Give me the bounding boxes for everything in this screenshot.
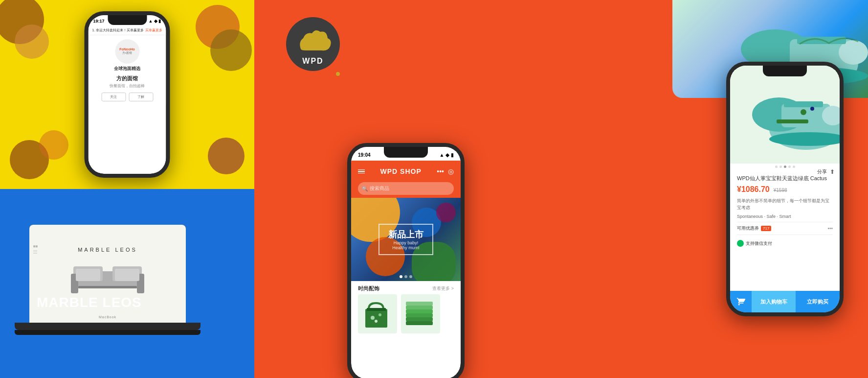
banner-en-text: Happy baby! Healthy mum! xyxy=(387,240,424,250)
svg-rect-5 xyxy=(78,286,137,288)
brand-logo: FoNooHo 方•面馆 xyxy=(115,39,139,64)
svg-point-37 xyxy=(810,107,814,111)
dish-4 xyxy=(208,138,245,174)
dot-active xyxy=(400,275,402,278)
fonooho-phone: 19:17 ▲ ◆ ▮ 1. 幸运大转盘转起来！买单赢更多 买单赢更多 FoNo… xyxy=(85,11,170,178)
svg-rect-12 xyxy=(367,308,386,311)
svg-rect-35 xyxy=(784,101,823,107)
sofa-illustration xyxy=(68,257,147,296)
section-more[interactable]: 查看更多 > xyxy=(432,285,454,292)
svg-rect-11 xyxy=(365,309,387,328)
add-to-cart-button[interactable]: 加入购物车 xyxy=(752,291,796,312)
svg-rect-38 xyxy=(777,119,808,123)
product-hero xyxy=(730,66,840,164)
buy-bar: 加入购物车 立即购买 xyxy=(730,291,840,312)
svg-point-14 xyxy=(378,313,381,316)
wpd-banner: 新品上市 Happy baby! Healthy mum! xyxy=(351,198,461,281)
dot-2 xyxy=(409,275,412,278)
restaurant-name: 方的面馆 xyxy=(116,75,138,82)
btn-2[interactable]: 了解 xyxy=(129,93,153,101)
banner-cn-text: 新品上市 xyxy=(387,229,424,240)
blob-pink xyxy=(436,203,456,222)
dot-4 xyxy=(788,165,791,168)
right-screen: 分享 ⬆ WPD仙人掌宝宝鞋天蓝边绿底 Cactus ¥1086.70 ¥159… xyxy=(730,66,840,312)
wechat-pay-row: 支持微信支付 xyxy=(737,237,833,250)
laptop-base xyxy=(15,323,200,330)
sidebar-icons: ≡≡ xyxy=(33,244,38,254)
banner-label: 全球泡面精选 xyxy=(114,66,140,72)
dot-3 xyxy=(784,165,786,168)
time-display: 19:17 xyxy=(93,19,105,24)
svg-point-13 xyxy=(371,316,375,320)
shop-title: WPD SHOP xyxy=(380,167,422,175)
brand-name-en: FoNooHo xyxy=(119,47,135,51)
macbook-label: MacBook xyxy=(99,315,116,319)
banner-dots xyxy=(400,275,412,278)
wpd-time: 19:04 xyxy=(358,152,371,158)
product-item-1[interactable] xyxy=(358,294,397,333)
fonooho-section: 19:17 ▲ ◆ ▮ 1. 幸运大转盘转起来！买单赢更多 买单赢更多 FoNo… xyxy=(0,0,254,189)
banner-text-box: 新品上市 Happy baby! Healthy mum! xyxy=(378,224,433,255)
marble-leos-section: MARBLE LEOS xyxy=(0,189,254,378)
menu-icon[interactable] xyxy=(358,169,365,174)
target-icon[interactable]: ◎ xyxy=(448,167,454,175)
notch xyxy=(384,147,428,158)
right-notch xyxy=(763,66,807,76)
svg-rect-6 xyxy=(76,269,100,281)
buy-now-button[interactable]: 立即购买 xyxy=(796,291,840,312)
left-panel: 19:17 ▲ ◆ ▮ 1. 幸运大转盘转起来！买单赢更多 买单赢更多 FoNo… xyxy=(0,0,254,378)
marble-overlay: MARBLE LEOS xyxy=(37,295,142,310)
svg-rect-17 xyxy=(406,321,433,325)
action-buttons: 关注 了解 xyxy=(101,93,153,101)
search-placeholder: 搜索商品 xyxy=(370,185,389,192)
share-icon[interactable]: ⬆ xyxy=(830,168,835,175)
original-price: ¥1598 xyxy=(774,188,787,193)
product-tags: Spontaneous · Safe · Smart xyxy=(737,214,833,219)
dot-2 xyxy=(779,165,782,168)
product-name: WPD仙人掌宝宝鞋天蓝边绿底 Cactus xyxy=(737,175,833,182)
price-row: ¥1086.70 ¥1598 xyxy=(737,185,833,195)
wpd-phone: 19:04 ▲ ◆ ▮ WPD SHOP ••• ◎ 🔍 xyxy=(347,143,465,378)
btn-1[interactable]: 关注 xyxy=(101,93,126,101)
dish-7 xyxy=(39,130,68,160)
profile-area: FoNooHo 方•面馆 全球泡面精选 方的面馆 快餐面馆，自拍超棒 关注 了解 xyxy=(89,35,166,105)
svg-rect-20 xyxy=(406,309,433,313)
wechat-pay-text: 支持微信支付 xyxy=(746,240,772,247)
share-area: 分享 ⬆ xyxy=(817,168,835,175)
coupon-label: 可用优惠券 717 xyxy=(737,225,771,232)
coupon-more[interactable]: ••• xyxy=(827,226,833,231)
laptop-foot xyxy=(15,330,200,335)
cart-icon-btn[interactable] xyxy=(730,291,752,312)
search-bar[interactable]: 🔍 搜索商品 xyxy=(358,182,454,195)
more-icon[interactable]: ••• xyxy=(437,167,444,175)
dot-1 xyxy=(775,165,778,168)
svg-point-36 xyxy=(801,109,806,115)
svg-point-15 xyxy=(375,320,378,323)
section-header: 时尚配饰 查看更多 > xyxy=(351,281,461,294)
coupon-label-text: 可用优惠券 xyxy=(737,225,759,232)
dish-5 xyxy=(15,24,49,59)
wpd-header: WPD SHOP ••• ◎ xyxy=(351,161,461,182)
wechat-icon xyxy=(737,240,744,247)
dot-1 xyxy=(404,275,407,278)
wpd-signal: ▲ ◆ ▮ xyxy=(440,152,454,158)
product-grid xyxy=(351,294,461,333)
notification-bar: 1. 幸运大转盘转起来！买单赢更多 买单赢更多 xyxy=(89,26,166,35)
restaurant-sub: 快餐面馆，自拍超棒 xyxy=(110,83,145,89)
product-price: ¥1086.70 xyxy=(737,185,770,194)
search-area: 🔍 搜索商品 xyxy=(351,182,461,198)
svg-rect-21 xyxy=(406,306,433,309)
product-info: WPD仙人掌宝宝鞋天蓝边绿底 Cactus ¥1086.70 ¥1598 简单的… xyxy=(730,170,840,255)
right-phone: 分享 ⬆ WPD仙人掌宝宝鞋天蓝边绿底 Cactus ¥1086.70 ¥159… xyxy=(726,62,844,316)
laptop-content: MARBLE LEOS xyxy=(29,225,186,323)
share-text[interactable]: 分享 xyxy=(817,168,827,175)
laptop-screen: MARBLE LEOS xyxy=(29,225,186,323)
right-panel: 分享 ⬆ WPD仙人掌宝宝鞋天蓝边绿底 Cactus ¥1086.70 ¥159… xyxy=(557,0,868,378)
product-item-2[interactable] xyxy=(401,294,440,333)
marble-title-top: MARBLE LEOS xyxy=(78,247,137,253)
svg-rect-7 xyxy=(115,269,139,281)
dish-6 xyxy=(210,29,252,71)
coupon-row: 可用优惠券 717 ••• xyxy=(737,222,833,235)
coupon-badge: 717 xyxy=(761,226,771,231)
header-icons: ••• ◎ xyxy=(437,167,454,175)
